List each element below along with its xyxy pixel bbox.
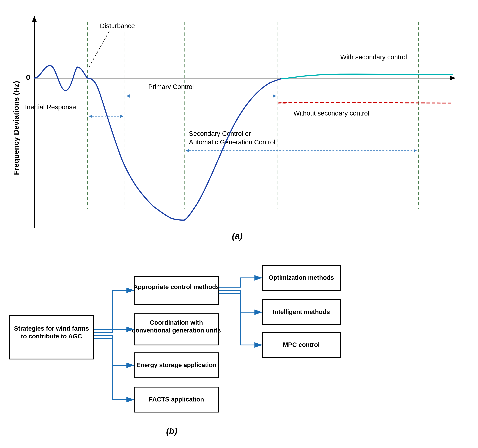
- svg-text:Energy storage application: Energy storage application: [136, 361, 216, 368]
- svg-marker-12: [120, 115, 123, 118]
- disturbance-label: Disturbance: [100, 22, 135, 30]
- zero-label: 0: [26, 73, 30, 82]
- svg-line-9: [89, 31, 109, 67]
- svg-text:Optimization methods: Optimization methods: [269, 274, 334, 281]
- svg-marker-17: [186, 149, 189, 152]
- svg-marker-18: [414, 149, 417, 152]
- secondary-control-label2: Automatic Generation Control: [189, 139, 275, 146]
- y-axis-label: Frequency Deviations (Hz): [13, 81, 20, 175]
- svg-text:Intelligent methods: Intelligent methods: [273, 309, 330, 315]
- secondary-control-label: Secondary Control or: [189, 130, 251, 137]
- caption-b: (b): [166, 426, 177, 436]
- svg-text:Appropriate control methods: Appropriate control methods: [133, 284, 219, 290]
- svg-marker-1: [32, 16, 37, 22]
- with-secondary-label: With secondary control: [340, 53, 407, 61]
- svg-marker-11: [89, 115, 92, 118]
- svg-marker-3: [450, 76, 456, 80]
- svg-text:to contribute to AGC: to contribute to AGC: [21, 333, 82, 340]
- inertial-response-label: Inertial Response: [25, 103, 76, 111]
- svg-text:MPC control: MPC control: [283, 341, 320, 348]
- svg-text:conventional generation units: conventional generation units: [132, 327, 221, 334]
- caption-a: (a): [232, 231, 243, 241]
- diagram-section: Strategies for wind farms to contribute …: [0, 256, 478, 440]
- b1-box: [134, 276, 219, 304]
- svg-marker-15: [273, 95, 276, 98]
- svg-text:Strategies for wind farms: Strategies for wind farms: [14, 325, 89, 332]
- svg-marker-14: [126, 95, 130, 98]
- svg-text:FACTS application: FACTS application: [149, 396, 204, 403]
- without-secondary-label: Without secondary control: [294, 110, 369, 117]
- primary-control-label: Primary Control: [148, 83, 194, 90]
- svg-text:Coordination with: Coordination with: [150, 319, 203, 326]
- chart-section: Frequency Deviations (Hz) 0 Disturbance …: [13, 6, 459, 248]
